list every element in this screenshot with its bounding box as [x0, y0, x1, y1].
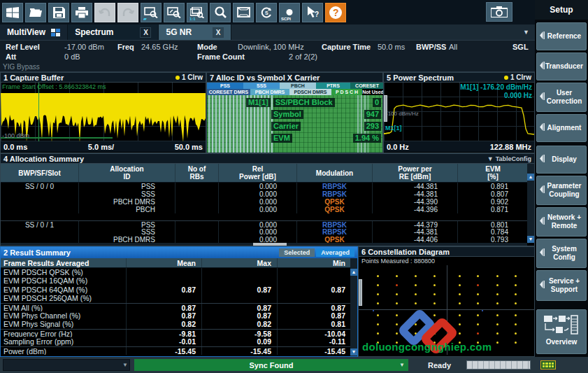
constellation-point [377, 332, 379, 335]
scroll-down-icon[interactable]: ▼ [350, 349, 357, 356]
result-row[interactable]: Sampling Error (ppm)-0.010.09-0.11 [1, 337, 357, 346]
single-sweep-icon[interactable]: S [256, 3, 277, 22]
constellation-title-bar[interactable]: 6 Constellation Diagram [359, 247, 534, 257]
col-header: EVM[%] [458, 164, 529, 182]
capture-time-value[interactable]: 50.0 ms [378, 43, 405, 51]
result-row[interactable]: EVM Phys Channel (%)0.870.870.87 [1, 311, 357, 320]
tab-5gnr-close-icon[interactable]: X [213, 27, 224, 38]
bwp-value[interactable]: All [449, 43, 457, 51]
marker-row-evm: EVM 1.94 % [271, 134, 381, 143]
zoom-area-icon[interactable]: ▰ [141, 3, 162, 22]
att-label: Att [6, 52, 16, 61]
help-icon[interactable]: ? [325, 3, 346, 22]
allocation-scrollbar[interactable]: ▲ ▼ [527, 164, 534, 243]
alloc-legend-row1: PSSSSSPBCHPTRSCORESET [207, 83, 382, 89]
allocation-row[interactable]: PBCH DMRS0.000QPSK-44.3900.902 [1, 198, 534, 206]
result-row[interactable]: EVM All (%)0.870.870.87 [1, 303, 357, 311]
tab-multiview-label: MultiView [7, 27, 45, 37]
keyboard-icon[interactable] [540, 360, 556, 370]
camera-icon[interactable] [486, 2, 512, 22]
allocation-row[interactable]: SSS0.000RBPSK-44.3810.784 [1, 228, 534, 236]
freq-value[interactable]: 24.65 GHz [141, 43, 178, 51]
sidebar-button-display[interactable]: Display [536, 146, 587, 174]
sidebar-button-service-support[interactable]: Service +Support [536, 270, 587, 301]
window-drag-handle[interactable] [384, 95, 387, 122]
power-spectrum-plot[interactable]: M1[1] -176.20 dBm/Hz 0.000 Hz -100 dBm/H… [384, 83, 534, 141]
constellation-point [415, 302, 417, 304]
mode-value[interactable]: Downlink, 100 MHz [238, 43, 304, 51]
allocation-hscrollbar[interactable] [1, 243, 527, 246]
open-folder-icon[interactable] [25, 3, 46, 22]
sidebar-button-network-remote[interactable]: Network +Remote [536, 207, 587, 237]
scroll-up-icon[interactable]: ▲ [527, 174, 534, 181]
capture-time-label: Capture Time [322, 43, 371, 51]
selected-button[interactable]: Selected [279, 248, 315, 257]
alloc-id-plot[interactable]: M1[1] SS/PBCH Block 0 Symbol 947 Carrier… [207, 95, 382, 153]
constellation-point [459, 275, 461, 277]
result-row[interactable]: EVM PDSCH 256QAM (%) [1, 294, 357, 302]
result-summary-title-bar[interactable]: 2 Result Summary Selected Averaged [1, 247, 357, 258]
constellation-plot[interactable]: doluongcongnghiep.com [359, 265, 534, 355]
tab-spectrum-close-icon[interactable]: X [140, 27, 151, 38]
window-drag-handle[interactable] [359, 279, 362, 306]
constellation-point [477, 275, 479, 277]
search-icon[interactable] [210, 3, 231, 22]
capture-buffer-title-bar[interactable]: 1 Capture Buffer 1 Clrw [1, 73, 206, 83]
col-header: Power perRE [dBm] [373, 164, 458, 182]
overview-label: Overview [537, 338, 586, 346]
sync-status[interactable]: Sync Found ▼ [134, 359, 408, 371]
softkey-arrow-icon [539, 281, 545, 290]
scroll-up-icon[interactable]: ▲ [350, 269, 357, 276]
caret-down-icon: ▼ [399, 362, 405, 368]
power-spectrum-x-axis: 0.0 Hz 122.88 MHz [384, 141, 534, 152]
overview-button[interactable]: Overview [536, 309, 587, 354]
capture-buffer-plot[interactable]: Frame Start Offset : 5.866323842 ms -100… [1, 83, 206, 141]
result-row[interactable]: EVM PDSCH 16QAM (%) [1, 276, 357, 285]
result-scrollbar[interactable]: ▲ ▼ [350, 258, 357, 356]
allocation-summary-title-bar[interactable]: 4 Allocation Summary ▼ TableConfig [1, 154, 534, 164]
ref-level-value[interactable]: -17.00 dBm [64, 43, 104, 51]
frame-icon[interactable] [233, 3, 254, 22]
result-row[interactable]: EVM PDSCH QPSK (%) [1, 268, 357, 276]
constellation-point [415, 284, 417, 286]
result-row[interactable]: EVM PDSCH 64QAM (%)0.870.870.87 [1, 286, 357, 294]
allocation-row[interactable]: PBCH0.000QPSK-44.3960.871 [1, 206, 534, 213]
window-alloc-id: 7 Alloc ID vs Symbol X Carrier PSSSSSPBC… [206, 72, 383, 153]
print-icon[interactable] [71, 3, 92, 22]
status-message-box[interactable]: ▼ [3, 359, 130, 371]
tab-overflow-caret-icon[interactable]: ▼ [523, 29, 535, 36]
marker-row-symbol: Symbol 947 [271, 110, 381, 119]
windows-icon[interactable] [2, 3, 23, 22]
window-capture-buffer: 1 Capture Buffer 1 Clrw Frame Start Offs… [0, 72, 206, 153]
sidebar-button-user-correction[interactable]: UserCorrection [536, 83, 587, 112]
power-spectrum-title-bar[interactable]: 5 Power Spectrum 1 Clrw [384, 73, 534, 83]
zoom-select-icon[interactable] [164, 3, 185, 22]
alloc-id-title-bar[interactable]: 7 Alloc ID vs Symbol X Carrier [207, 73, 382, 83]
sidebar-button-system-config[interactable]: SystemConfig [536, 239, 587, 268]
scpi-icon[interactable]: SCPI [279, 3, 300, 22]
save-icon[interactable] [48, 3, 69, 22]
result-row[interactable]: EVM Phys Signal (%)0.820.820.81 [1, 320, 357, 328]
allocation-row[interactable]: SS / 0 / 1PSS0.000RBPSK-44.3790.801 [1, 220, 534, 228]
constellation-point [477, 323, 479, 325]
sidebar-button-reference[interactable]: Reference [536, 22, 587, 50]
table-config-button[interactable]: ▼ TableConfig [487, 155, 531, 162]
frame-count-value[interactable]: 2 of 2(2) [289, 52, 317, 61]
hscroll-thumb[interactable] [253, 243, 287, 246]
allocation-row[interactable]: SSS0.000RBPSK-44.3810.807 [1, 190, 534, 198]
sidebar-button-parameter-coupling[interactable]: ParameterCoupling [536, 176, 587, 205]
att-value[interactable]: 0 dB [64, 52, 80, 61]
allocation-row[interactable]: SS / 0 / 0PSS0.000RBPSK-44.3810.891 [1, 183, 534, 190]
sidebar-button-transducer[interactable]: Transducer [536, 52, 587, 80]
tab-spectrum[interactable]: Spectrum X [68, 24, 159, 40]
result-row[interactable]: Power (dBm)-15.45-15.45-15.45 [1, 346, 357, 355]
tab-5gnr[interactable]: 5G NR X [159, 24, 231, 40]
softkey-arrow-icon [539, 92, 545, 102]
sidebar-button-alignment[interactable]: Alignment [536, 114, 587, 142]
selection-help-icon[interactable]: ? [302, 3, 323, 22]
tab-multiview[interactable]: MultiView [0, 24, 68, 40]
zoom-one-to-one-icon[interactable]: 1:1 [187, 3, 208, 22]
scroll-down-icon[interactable]: ▼ [527, 236, 534, 243]
result-row[interactable]: Frequency Error (Hz)-9.81-9.58-10.04 [1, 329, 357, 337]
averaged-button[interactable]: Averaged [316, 248, 354, 257]
